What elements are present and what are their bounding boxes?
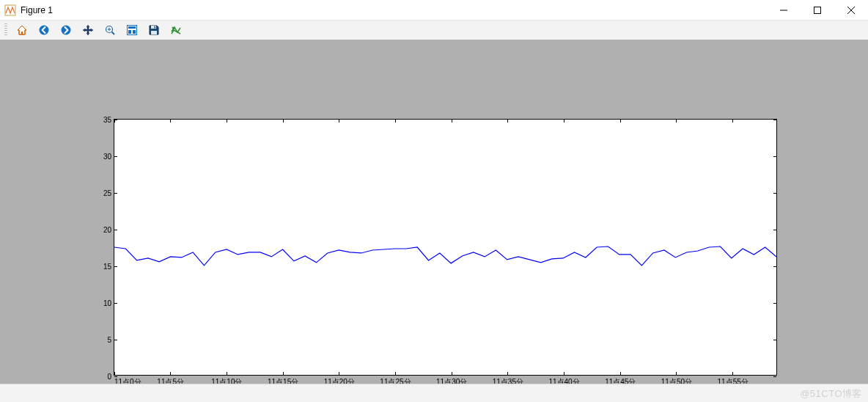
zoom-icon[interactable] (103, 23, 117, 37)
pan-icon[interactable] (81, 23, 95, 37)
y-tick-label: 10 (103, 299, 111, 307)
y-tick (114, 156, 117, 157)
x-tick (114, 372, 115, 375)
x-tick-top (283, 120, 284, 123)
series-line (114, 246, 776, 266)
window-titlebar: Figure 1 (0, 0, 868, 21)
y-tick-label: 30 (103, 153, 111, 161)
y-tick (114, 340, 117, 340)
svg-point-7 (62, 26, 71, 35)
y-tick (114, 303, 117, 304)
x-tick-top (395, 120, 396, 123)
y-tick-right (773, 156, 776, 157)
svg-rect-18 (151, 31, 157, 34)
y-tick-right (773, 376, 776, 377)
svg-point-6 (40, 26, 49, 35)
y-tick (114, 193, 117, 194)
x-tick (283, 372, 284, 375)
y-tick (114, 230, 117, 230)
y-tick-right (773, 230, 776, 230)
svg-rect-15 (133, 30, 136, 34)
y-tick-right (773, 193, 776, 194)
svg-line-9 (112, 32, 115, 35)
x-tick-top (676, 120, 677, 123)
svg-rect-13 (128, 26, 136, 29)
svg-rect-14 (128, 30, 131, 34)
svg-rect-2 (814, 7, 821, 13)
x-tick (620, 372, 621, 375)
svg-rect-17 (155, 26, 156, 29)
figure-toolbar (0, 21, 868, 40)
y-tick (114, 120, 117, 120)
subplots-icon[interactable] (125, 23, 139, 37)
y-tick-right (773, 303, 776, 304)
y-tick-label: 25 (103, 189, 111, 197)
x-tick-top (507, 120, 508, 123)
x-tick (227, 372, 227, 375)
x-tick-top (564, 120, 564, 123)
y-tick-label: 0 (107, 373, 111, 381)
toolbar-grip (4, 23, 7, 37)
forward-icon[interactable] (59, 23, 73, 37)
y-tick-right (773, 266, 776, 267)
edit-icon[interactable] (169, 23, 183, 37)
x-tick-top (114, 120, 115, 123)
x-tick (452, 372, 452, 375)
y-tick-right (773, 120, 776, 120)
x-tick (170, 372, 171, 375)
x-tick-top (452, 120, 452, 123)
axes[interactable]: 0510152025303511点0分11点5分11点10分11点15分11点2… (114, 119, 777, 376)
y-tick-label: 5 (107, 336, 111, 344)
x-tick-top (339, 120, 339, 123)
save-icon[interactable] (147, 23, 161, 37)
minimize-button[interactable] (767, 0, 801, 20)
y-tick-label: 15 (103, 263, 111, 271)
window-buttons (767, 0, 868, 20)
svg-rect-5 (21, 32, 23, 34)
status-bar (0, 384, 868, 402)
x-tick (507, 372, 508, 375)
x-tick (564, 372, 564, 375)
maximize-button[interactable] (801, 0, 834, 20)
figure-canvas: 0510152025303511点0分11点5分11点10分11点15分11点2… (0, 40, 868, 384)
plot-line-container (114, 120, 776, 375)
back-icon[interactable] (37, 23, 51, 37)
watermark: @51CTO博客 (800, 387, 862, 401)
y-tick-label: 35 (103, 116, 111, 124)
x-tick-top (170, 120, 171, 123)
x-tick-top (620, 120, 621, 123)
y-tick-right (773, 340, 776, 340)
x-tick (732, 372, 733, 375)
y-tick-label: 20 (103, 226, 111, 234)
x-tick (395, 372, 396, 375)
x-tick-top (227, 120, 227, 123)
x-tick-top (732, 120, 733, 123)
y-tick (114, 266, 117, 267)
x-tick (676, 372, 677, 375)
app-icon (4, 4, 16, 16)
home-icon[interactable] (15, 23, 29, 37)
window-title: Figure 1 (21, 5, 53, 15)
x-tick (339, 372, 339, 375)
close-button[interactable] (834, 0, 868, 20)
